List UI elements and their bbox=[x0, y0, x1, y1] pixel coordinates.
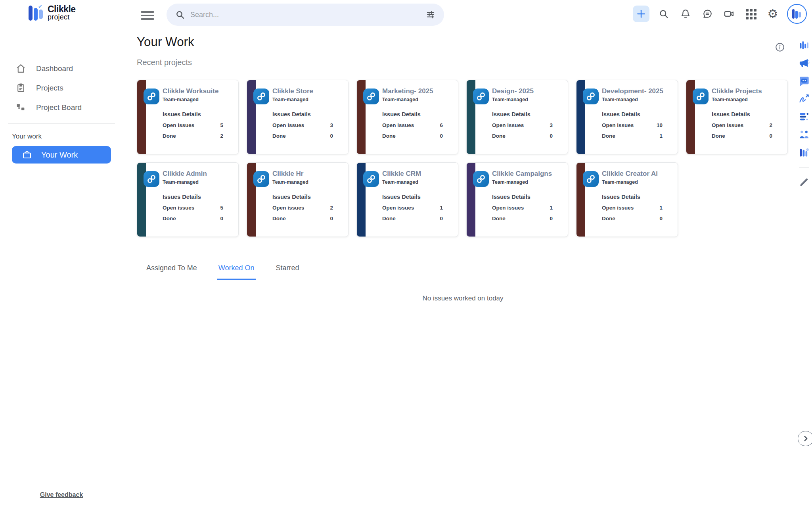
project-card[interactable]: Clikkle Campaigns Team-managed Issues De… bbox=[466, 162, 568, 237]
project-link-icon bbox=[144, 171, 159, 187]
issues-details-label: Issues Details bbox=[163, 194, 223, 200]
project-card-managed: Team-managed bbox=[602, 97, 675, 102]
project-link-icon bbox=[253, 171, 269, 187]
project-card-managed: Team-managed bbox=[602, 179, 675, 185]
done-count: 0 bbox=[550, 216, 553, 221]
done-label: Done bbox=[712, 133, 725, 139]
sidebar-section-label: Your work bbox=[0, 124, 123, 145]
project-card-managed: Team-managed bbox=[712, 97, 785, 102]
expand-panel-chevron-button[interactable] bbox=[798, 431, 812, 446]
project-link-icon bbox=[363, 89, 379, 104]
search-icon-button[interactable] bbox=[656, 6, 671, 21]
sidebar-active-label: Your Work bbox=[41, 150, 78, 160]
sidebar: Dashboard Projects Project Board Your wo… bbox=[0, 28, 123, 508]
open-issues-count: 5 bbox=[220, 205, 223, 211]
right-app-rail bbox=[796, 39, 812, 189]
info-icon[interactable] bbox=[775, 42, 785, 52]
project-card[interactable]: Clikkle Worksuite Team-managed Issues De… bbox=[137, 80, 239, 154]
recent-projects-label: Recent projects bbox=[137, 58, 789, 67]
sidebar-item-dashboard[interactable]: Dashboard bbox=[0, 59, 123, 78]
project-card-managed: Team-managed bbox=[272, 179, 346, 185]
project-link-icon bbox=[583, 171, 599, 187]
tab-starred[interactable]: Starred bbox=[274, 260, 301, 280]
video-meet-icon[interactable] bbox=[722, 6, 737, 21]
signature-icon[interactable] bbox=[798, 92, 810, 105]
done-label: Done bbox=[382, 216, 396, 221]
done-count: 1 bbox=[659, 133, 663, 139]
logo-check-icon: ✔ bbox=[38, 4, 42, 10]
project-card[interactable]: Development- 2025 Team-managed Issues De… bbox=[576, 80, 678, 154]
tab-assigned-to-me[interactable]: Assigned To Me bbox=[145, 260, 199, 280]
account-avatar[interactable] bbox=[787, 4, 807, 24]
people-icon[interactable] bbox=[798, 128, 810, 141]
main-content: Your Work Recent projects Clikkle Worksu… bbox=[137, 35, 789, 302]
done-label: Done bbox=[272, 133, 286, 139]
done-count: 2 bbox=[220, 133, 223, 139]
tab-worked-on[interactable]: Worked On bbox=[217, 260, 256, 280]
project-card-title: Clikkle Admin bbox=[163, 170, 236, 178]
clikkle-logo[interactable]: ✔ Clikkle project bbox=[29, 5, 76, 21]
project-card-title: Clikkle Projects bbox=[712, 87, 785, 95]
project-card-managed: Team-managed bbox=[382, 97, 456, 102]
done-label: Done bbox=[272, 216, 286, 221]
sidebar-item-label: Dashboard bbox=[36, 64, 73, 73]
clikkle-logo-icon: ✔ bbox=[29, 5, 44, 21]
open-issues-count: 1 bbox=[550, 205, 553, 211]
menu-icon[interactable] bbox=[141, 10, 155, 21]
project-card-title: Design- 2025 bbox=[492, 87, 565, 95]
work-tabs: Assigned To Me Worked On Starred bbox=[137, 260, 789, 280]
apps-grid-icon[interactable] bbox=[743, 6, 758, 21]
chat-icon[interactable] bbox=[700, 6, 715, 21]
project-card[interactable]: Clikkle Creator Ai Team-managed Issues D… bbox=[576, 162, 678, 237]
project-card-title: Clikkle Campaigns bbox=[492, 170, 565, 178]
project-card-managed: Team-managed bbox=[492, 97, 565, 102]
settings-gear-icon[interactable]: ⚙ bbox=[765, 6, 780, 21]
open-issues-count: 3 bbox=[550, 122, 553, 128]
open-issues-count: 5 bbox=[220, 122, 223, 128]
open-issues-label: Open issues bbox=[382, 122, 414, 128]
analytics-bars-icon[interactable] bbox=[798, 39, 810, 52]
create-plus-button[interactable] bbox=[633, 6, 649, 22]
search-bar[interactable] bbox=[167, 4, 444, 26]
open-issues-label: Open issues bbox=[602, 122, 634, 128]
project-link-icon bbox=[253, 89, 269, 104]
project-card[interactable]: Marketing- 2025 Team-managed Issues Deta… bbox=[356, 80, 458, 154]
sidebar-item-projects[interactable]: Projects bbox=[0, 78, 123, 98]
sidebar-item-your-work[interactable]: Your Work bbox=[12, 146, 111, 164]
project-link-icon bbox=[144, 89, 159, 104]
project-card[interactable]: Clikkle Projects Team-managed Issues Det… bbox=[686, 80, 788, 154]
projects-bars-icon[interactable] bbox=[798, 146, 810, 159]
project-card[interactable]: Clikkle Hr Team-managed Issues Details O… bbox=[247, 162, 349, 237]
issues-details-label: Issues Details bbox=[163, 111, 223, 117]
issues-details-label: Issues Details bbox=[382, 194, 443, 200]
project-link-icon bbox=[473, 171, 489, 187]
megaphone-icon[interactable] bbox=[798, 57, 810, 69]
project-card[interactable]: Clikkle Admin Team-managed Issues Detail… bbox=[137, 162, 239, 237]
give-feedback-link[interactable]: Give feedback bbox=[0, 484, 123, 508]
project-card-title: Clikkle Store bbox=[272, 87, 346, 95]
done-count: 0 bbox=[769, 133, 772, 139]
search-input[interactable] bbox=[190, 11, 420, 19]
brand-title: Clikkle bbox=[48, 5, 76, 13]
briefcase-icon bbox=[22, 150, 32, 160]
done-label: Done bbox=[602, 133, 615, 139]
project-card[interactable]: Design- 2025 Team-managed Issues Details… bbox=[466, 80, 568, 154]
project-link-icon bbox=[473, 89, 489, 104]
project-card[interactable]: Clikkle CRM Team-managed Issues Details … bbox=[356, 162, 458, 237]
project-card-title: Clikkle Worksuite bbox=[163, 87, 236, 95]
open-issues-count: 1 bbox=[440, 205, 443, 211]
chat-bot-icon[interactable] bbox=[798, 75, 810, 87]
avatar-logo-icon bbox=[792, 9, 802, 19]
done-count: 0 bbox=[440, 216, 443, 221]
project-card[interactable]: Clikkle Store Team-managed Issues Detail… bbox=[247, 80, 349, 154]
project-card-title: Marketing- 2025 bbox=[382, 87, 456, 95]
tune-filter-icon[interactable] bbox=[426, 10, 435, 19]
edit-pencil-icon[interactable] bbox=[798, 176, 810, 189]
open-issues-label: Open issues bbox=[492, 205, 524, 211]
sidebar-item-project-board[interactable]: Project Board bbox=[0, 98, 123, 117]
tasks-list-icon[interactable] bbox=[798, 110, 810, 123]
project-card-managed: Team-managed bbox=[382, 179, 456, 185]
notifications-bell-icon[interactable] bbox=[678, 6, 693, 21]
open-issues-count: 3 bbox=[330, 122, 333, 128]
done-count: 0 bbox=[550, 133, 553, 139]
